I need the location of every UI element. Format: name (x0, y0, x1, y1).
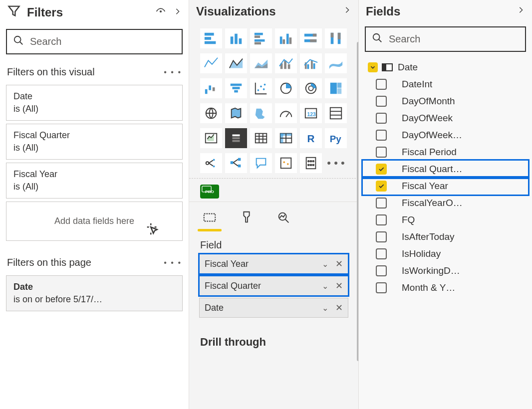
filters-dropzone[interactable]: Add data fields here (6, 202, 183, 241)
field-item[interactable]: Month & Y… (363, 279, 528, 296)
chevron-right-icon[interactable] (517, 4, 525, 18)
expand-icon[interactable] (368, 62, 378, 72)
combo-line-column-icon[interactable] (275, 53, 297, 73)
clustered-bar-icon[interactable] (250, 28, 272, 48)
kpi-icon[interactable] (200, 128, 222, 148)
filter-card[interactable]: Fiscal Yearis (All) (6, 163, 183, 199)
field-item[interactable]: DayOfMonth (363, 93, 528, 110)
filter-card[interactable]: Dateis on or before 5/17/… (6, 275, 183, 311)
svg-point-84 (308, 161, 309, 162)
drill-through-header: Drill through (189, 327, 358, 354)
checkbox[interactable] (376, 79, 387, 90)
field-item[interactable]: Fiscal Year (363, 178, 528, 195)
smart-narrative-icon[interactable] (275, 153, 297, 173)
filters-search[interactable]: Search (6, 29, 183, 54)
svg-text:Py: Py (330, 134, 342, 144)
more-icon[interactable]: • • • (164, 68, 182, 77)
stacked100-bar-icon[interactable] (300, 28, 322, 48)
line-chart-icon[interactable] (200, 53, 222, 73)
more-visuals-icon[interactable]: • • • (325, 153, 347, 173)
field-item[interactable]: IsWorkingD… (363, 262, 528, 279)
chevron-down-icon[interactable]: ⌄ (322, 281, 328, 291)
remove-icon[interactable]: ✕ (335, 258, 343, 269)
stacked-column-icon[interactable] (225, 28, 247, 48)
checkbox[interactable] (376, 248, 387, 259)
checkbox[interactable] (376, 164, 387, 175)
shape-map-icon[interactable] (250, 103, 272, 123)
scatter-icon[interactable] (250, 78, 272, 98)
pro-badge-icon[interactable]: PRO (200, 185, 219, 199)
funnel-icon[interactable] (225, 78, 247, 98)
combo-line-clustered-icon[interactable] (300, 53, 322, 73)
chevron-right-icon[interactable] (174, 5, 182, 20)
table-row-date[interactable]: Date (363, 59, 528, 76)
field-item[interactable]: FiscalYearO… (363, 195, 528, 211)
gauge-icon[interactable] (275, 103, 297, 123)
field-well-item[interactable]: Fiscal Quarter⌄✕ (199, 276, 348, 296)
slicer-icon[interactable] (225, 128, 247, 148)
paginated-report-icon[interactable] (300, 153, 322, 173)
field-item[interactable]: IsAfterToday (363, 228, 528, 245)
field-item[interactable]: DayOfWeek… (363, 127, 528, 144)
stacked-area-icon[interactable] (250, 53, 272, 73)
decomposition-tree-icon[interactable] (225, 153, 247, 173)
checkbox[interactable] (376, 130, 387, 141)
svg-point-89 (312, 164, 314, 166)
checkbox[interactable] (376, 113, 387, 124)
treemap-icon[interactable] (325, 78, 347, 98)
format-tab[interactable] (237, 210, 256, 231)
fields-tab[interactable] (200, 210, 219, 231)
field-well-item[interactable]: Fiscal Year⌄✕ (199, 254, 348, 274)
checkbox[interactable] (376, 282, 387, 293)
svg-point-74 (213, 166, 215, 168)
map-icon[interactable] (200, 103, 222, 123)
field-item[interactable]: FQ (363, 211, 528, 228)
checkbox[interactable] (376, 147, 387, 158)
r-visual-icon[interactable]: R (300, 128, 322, 148)
field-well[interactable]: Fiscal Year⌄✕Fiscal Quarter⌄✕Date⌄✕ (189, 254, 358, 327)
field-item[interactable]: DateInt (363, 76, 528, 93)
svg-line-71 (209, 160, 213, 163)
filter-card[interactable]: Fiscal Quarteris (All) (6, 124, 183, 160)
field-item[interactable]: Fiscal Quart… (363, 161, 528, 178)
chevron-right-icon[interactable] (343, 4, 351, 18)
checkbox[interactable] (376, 214, 387, 225)
fields-search[interactable]: Search (365, 26, 526, 52)
stacked-bar-icon[interactable] (200, 28, 222, 48)
analytics-tab[interactable] (274, 210, 293, 231)
checkbox[interactable] (376, 96, 387, 107)
field-well-item[interactable]: Date⌄✕ (199, 298, 348, 318)
more-icon[interactable]: • • • (164, 258, 182, 267)
field-item[interactable]: Fiscal Period (363, 144, 528, 161)
matrix-icon[interactable] (275, 128, 297, 148)
chevron-down-icon[interactable]: ⌄ (322, 303, 328, 313)
donut-icon[interactable] (300, 78, 322, 98)
field-item[interactable]: DayOfWeek (363, 110, 528, 127)
remove-icon[interactable]: ✕ (335, 302, 343, 313)
checkbox[interactable] (376, 198, 387, 208)
clustered-column-icon[interactable] (275, 28, 297, 48)
card-icon[interactable]: 123 (300, 103, 322, 123)
table-icon[interactable] (250, 128, 272, 148)
checkbox[interactable] (376, 265, 387, 276)
qa-visual-icon[interactable] (250, 153, 272, 173)
filled-map-icon[interactable] (225, 103, 247, 123)
filter-card[interactable]: Dateis (All) (6, 85, 183, 121)
waterfall-icon[interactable] (200, 78, 222, 98)
fields-header: Fields (359, 0, 532, 23)
checkbox[interactable] (376, 181, 387, 192)
pie-icon[interactable] (275, 78, 297, 98)
ribbon-chart-icon[interactable] (325, 53, 347, 73)
svg-line-72 (209, 163, 213, 166)
checkbox[interactable] (376, 231, 387, 242)
visualizations-pane: Visualizations 123 (189, 0, 358, 409)
field-item[interactable]: IsHoliday (363, 245, 528, 262)
area-chart-icon[interactable] (225, 53, 247, 73)
eye-icon[interactable] (155, 5, 167, 19)
remove-icon[interactable]: ✕ (335, 280, 343, 291)
python-visual-icon[interactable]: Py (325, 128, 347, 148)
chevron-down-icon[interactable]: ⌄ (322, 259, 328, 269)
key-influencers-icon[interactable] (200, 153, 222, 173)
multi-row-card-icon[interactable] (325, 103, 347, 123)
stacked100-column-icon[interactable] (325, 28, 347, 48)
